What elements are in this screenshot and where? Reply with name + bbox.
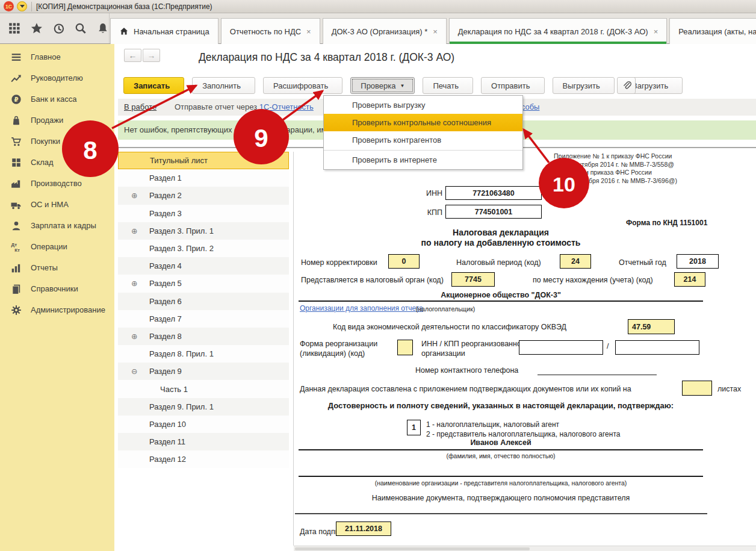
phone-underline[interactable] [538,375,657,375]
kpp-field[interactable]: 774501001 [445,205,542,219]
signer-code-field[interactable]: 1 [407,420,421,435]
confirmation-title: Достоверность и полноту сведений, указан… [299,401,703,410]
section-item[interactable]: Титульный лист [118,152,289,169]
section-item[interactable]: Раздел 7 [118,310,289,328]
section-item[interactable]: ⊕ Раздел 5 [118,275,289,292]
tab-vat-declaration-active[interactable]: Декларация по НДС за 4 квартал 2018 г. (… [449,18,667,44]
command-button[interactable]: Заполнить [192,77,255,94]
sidebar-item-main[interactable]: Главное [0,46,114,67]
command-button[interactable]: Отправить [481,77,544,94]
section-item[interactable]: Раздел 3. Прил. 2 [118,240,289,257]
signer-name: Иванов Алексей [299,438,703,447]
section-item[interactable]: Раздел 1 [118,169,289,187]
sidebar-item-manager[interactable]: Руководителю [0,67,114,89]
1c-reporting-link[interactable]: 1С-Отчетность [259,102,314,111]
expand-icon[interactable]: ⊕ [131,279,149,288]
expand-icon[interactable]: ⊕ [131,226,149,235]
favorites-star-icon[interactable] [31,22,43,34]
section-item[interactable]: Раздел 12 [118,450,289,468]
expand-icon[interactable]: ⊕ [131,332,149,341]
status-state-link[interactable]: В работе [124,99,156,116]
section-item[interactable]: Раздел 3 [118,205,289,222]
sidebar-item-warehouse[interactable]: Склад [0,152,114,173]
section-item[interactable]: ⊖ Раздел 9 [118,363,289,380]
sidebar-item-purchases[interactable]: Покупки [0,131,114,152]
okved-label: Код вида экономической деятельности по к… [333,323,566,331]
reorg-inn-label: ИНН / КПП реорганизованнойорганизации [421,339,525,358]
section-item[interactable]: Раздел 11 [118,433,289,450]
sidebar-item-fixed-assets[interactable]: ОС и НМА [0,194,114,215]
command-button[interactable]: Печать [423,77,473,94]
section-item[interactable]: ⊕ Раздел 3. Прил. 1 [118,222,289,240]
section-item[interactable]: ⊕ Раздел 2 [118,187,289,204]
menu-item[interactable]: Проверить контрагентов [324,131,522,149]
horizontal-scrollbar[interactable] [294,546,756,551]
section-label: Часть 1 [160,385,188,394]
reorg-code-field[interactable] [397,340,413,355]
tab-close-icon[interactable]: × [654,27,658,36]
scrollbar-thumb[interactable] [295,547,530,550]
main-menu-button[interactable] [17,1,27,11]
okved-field[interactable]: 47.59 [628,319,675,334]
sidebar-item-production[interactable]: Производство [0,173,114,194]
tab-close-icon[interactable]: × [306,27,311,36]
inn-field[interactable]: 7721063480 [445,186,542,200]
section-item[interactable]: Раздел 6 [118,293,289,310]
command-button[interactable]: Выгрузить [553,77,615,94]
gear-icon [11,305,22,316]
notifications-bell-icon[interactable] [97,22,109,34]
forward-button[interactable]: → [143,49,160,62]
section-item[interactable]: Раздел 9. Прил. 1 [118,398,289,416]
knd-form-code: Форма по КНД 1151001 [626,219,707,227]
sign-date-field[interactable]: 21.11.2018 [336,521,391,536]
menu-item-label: Проверить контрольные соотношения [352,118,491,127]
section-item[interactable]: Раздел 10 [118,416,289,433]
back-button[interactable]: ← [124,49,141,62]
command-button[interactable]: Расшифровать [263,77,342,94]
menu-item[interactable]: Проверить выгрузку [324,96,522,114]
sidebar-item-label: Склад [31,158,54,167]
menu-item[interactable]: Проверить контрольные соотношения [324,114,522,131]
command-button[interactable]: Проверка ▼ [350,77,415,94]
reorg-inn-field[interactable] [519,340,603,355]
shopping-bag-icon [11,115,22,126]
authority-field[interactable]: 7745 [451,272,495,287]
year-field[interactable]: 2018 [677,254,719,269]
expand-icon[interactable]: ⊖ [131,367,149,376]
correction-field[interactable]: 0 [388,254,420,269]
sidebar-item-bank-cash[interactable]: ₽ Банк и касса [0,89,114,110]
dropdown-caret-icon: ▼ [400,83,405,89]
sidebar-item-operations[interactable]: ДтКт Операции [0,236,114,257]
attachments-button[interactable] [617,77,636,94]
pages-count-field[interactable] [682,381,712,396]
period-field[interactable]: 24 [560,254,591,269]
section-item[interactable]: Раздел 4 [118,257,289,275]
search-icon[interactable] [75,22,87,34]
apps-grid-icon[interactable] [8,22,20,34]
section-item[interactable]: Часть 1 [118,380,289,397]
tab-home[interactable]: Начальная страница [110,18,218,44]
tab-organization[interactable]: ДОК-3 АО (Организация) * × [323,18,447,44]
phone-label: Номер контактного телефона [415,366,518,375]
location-field[interactable]: 214 [674,272,705,287]
button-label: Проверка [361,81,395,90]
sidebar-item-administration[interactable]: Администрирование [0,299,114,320]
tab-sales-documents[interactable]: Реализация (акты, накладные) [669,18,756,44]
sidebar-item-payroll-hr[interactable]: Зарплата и кадры [0,215,114,236]
books-icon [11,284,22,294]
command-button[interactable]: Записать [123,77,184,94]
menu-item[interactable]: Проверить в интернете [324,150,522,169]
section-item[interactable]: ⊕ Раздел 8 [118,328,289,345]
section-item[interactable]: Раздел 8. Прил. 1 [118,345,289,363]
tab-close-icon[interactable]: × [433,27,438,36]
section-label: Раздел 7 [149,314,182,323]
sidebar-item-directories[interactable]: Справочники [0,278,114,299]
tab-vat-reporting[interactable]: Отчетность по НДС × [221,18,320,44]
reorg-kpp-field[interactable] [615,340,699,355]
sidebar-item-reports[interactable]: Отчеты [0,257,114,278]
rule-line [299,300,703,302]
expand-icon[interactable]: ⊕ [131,191,149,200]
history-icon[interactable] [53,22,65,34]
chevron-down-icon [20,5,25,8]
sidebar-item-sales[interactable]: Продажи [0,110,114,131]
